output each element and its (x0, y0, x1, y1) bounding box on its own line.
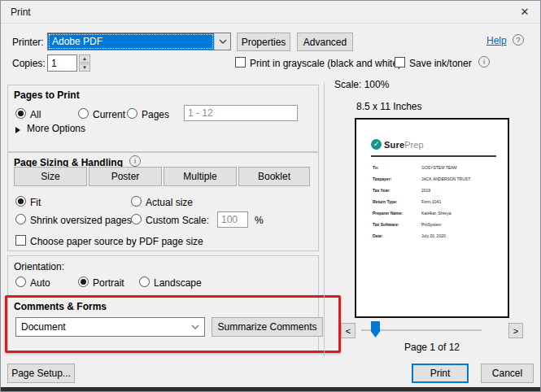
orientation-landscape-label: Landscape (154, 277, 202, 289)
printer-select[interactable]: Adobe PDF (47, 33, 231, 50)
fit-label: Fit (30, 197, 41, 208)
preview-row-label: To: (373, 165, 378, 170)
preview-row: Tax Software: ProSystem (373, 222, 495, 232)
multiple-button[interactable]: Multiple (164, 167, 237, 186)
print-dialog: Print ✕ Printer: Adobe PDF Properties Ad… (0, 0, 541, 392)
comments-forms-title: Comments & Forms (14, 301, 107, 312)
preview-row: Preparer Name: Kalelkar, Shreya (373, 211, 495, 220)
stepper-up-icon[interactable]: ▲ (79, 54, 90, 63)
help-icon[interactable]: ? (513, 34, 524, 46)
properties-button[interactable]: Properties (237, 33, 290, 51)
preview-row-value: 2019 (421, 188, 430, 193)
stepper-down-icon[interactable]: ▼ (79, 63, 90, 72)
page-range-input[interactable] (184, 105, 298, 121)
scale-text: Scale: 100% (334, 79, 389, 90)
booklet-button[interactable]: Booklet (238, 167, 310, 186)
expand-arrow-icon (15, 127, 20, 133)
save-ink-label: Save ink/toner (409, 58, 472, 69)
actual-size-label: Actual size (146, 197, 193, 208)
advanced-button[interactable]: Advanced (297, 33, 353, 51)
dialog-title: Print (11, 7, 31, 18)
custom-scale-radio[interactable] (131, 214, 142, 224)
preview-row: Tax Year: 2019 (373, 188, 495, 198)
brand-text-light: Prep (404, 140, 423, 150)
orientation-portrait-radio[interactable] (78, 277, 89, 287)
orientation-title: Orientation: (14, 261, 64, 272)
preview-row-label: Return Type: (373, 199, 397, 204)
comments-forms-select[interactable]: Document (15, 317, 205, 337)
preview-row: To: GOSYSTEM TEAM (373, 165, 495, 175)
actual-size-radio[interactable] (131, 196, 142, 207)
sureprep-logo: ✓ Sure Prep (371, 139, 424, 150)
grayscale-checkbox[interactable] (235, 57, 246, 68)
preview-row: Date: July 20, 2020 (373, 233, 495, 243)
paper-source-checkbox[interactable] (15, 235, 26, 246)
preview-row-value: GOSYSTEM TEAM (421, 165, 457, 170)
copies-label: Copies: (12, 58, 46, 69)
pages-current-label: Current (93, 109, 125, 120)
document-preview: ✓ Sure Prep To: GOSYSTEM TEAM Taxpayer: … (355, 118, 509, 318)
logo-rule (371, 155, 496, 157)
copies-input[interactable] (47, 54, 77, 72)
percent-label: % (255, 215, 264, 226)
title-bar: Print ✕ (1, 1, 540, 24)
save-ink-checkbox[interactable] (395, 57, 405, 68)
copies-stepper: ▲ ▼ (79, 54, 90, 72)
info-icon: i (478, 56, 490, 68)
panel-divider (324, 82, 325, 356)
grayscale-label: Print in grayscale (black and white) (250, 58, 401, 69)
printer-label: Printer: (12, 37, 44, 48)
poster-button[interactable]: Poster (89, 167, 162, 186)
shrink-pages-radio[interactable] (15, 214, 26, 224)
preview-row-value: ProSystem (421, 222, 441, 227)
preview-row-value: JACK ANDERSON TRUST (421, 176, 470, 181)
pages-all-label: All (30, 109, 41, 120)
window-bottom-edge (1, 387, 540, 391)
summarize-comments-button[interactable]: Summarize Comments (212, 317, 323, 337)
custom-scale-input[interactable] (217, 211, 248, 228)
help-link[interactable]: Help (486, 35, 507, 46)
preview-row-value: Kalelkar, Shreya (421, 211, 451, 216)
orientation-auto-label: Auto (30, 277, 50, 289)
page-setup-button[interactable]: Page Setup... (7, 364, 75, 383)
preview-row: Taxpayer: JACK ANDERSON TRUST (373, 176, 495, 186)
comments-forms-selected-value: Document (16, 321, 186, 333)
orientation-auto-radio[interactable] (15, 277, 26, 287)
preview-row: Return Type: Form 1041 (373, 199, 495, 209)
info-icon: i (129, 155, 141, 167)
preview-row-label: Tax Software: (373, 222, 399, 227)
pages-all-radio[interactable] (15, 108, 26, 119)
preview-row-label: Taxpayer: (373, 176, 391, 181)
page-info-text: Page 1 of 12 (355, 342, 509, 353)
prev-page-button[interactable]: < (341, 323, 356, 338)
chevron-down-icon (214, 33, 230, 50)
pages-range-radio[interactable] (127, 108, 137, 119)
preview-row-label: Date: (373, 233, 383, 238)
close-icon[interactable]: ✕ (517, 5, 532, 20)
page-slider-thumb[interactable] (371, 321, 380, 338)
printer-selected-value: Adobe PDF (48, 33, 214, 50)
orientation-landscape-radio[interactable] (139, 277, 150, 287)
pages-range-label: Pages (142, 109, 169, 120)
preview-row-label: Tax Year: (373, 188, 390, 193)
next-page-button[interactable]: > (508, 323, 523, 338)
print-button[interactable]: Print (412, 364, 469, 383)
shrink-pages-label: Shrink oversized pages (30, 215, 132, 226)
pages-current-radio[interactable] (78, 108, 89, 119)
orientation-portrait-label: Portrait (93, 277, 124, 289)
paper-source-label: Choose paper source by PDF page size (30, 236, 203, 247)
fit-radio[interactable] (15, 196, 26, 207)
more-options-label[interactable]: More Options (27, 123, 85, 134)
preview-row-label: Preparer Name: (373, 211, 403, 216)
more-options-expander[interactable] (15, 124, 20, 136)
preview-row-value: Form 1041 (421, 199, 441, 204)
sureprep-check-icon: ✓ (371, 139, 382, 150)
size-button[interactable]: Size (14, 167, 87, 186)
preview-row-value: July 20, 2020 (421, 233, 446, 238)
cancel-button[interactable]: Cancel (481, 364, 534, 383)
paper-size-text: 8.5 x 11 Inches (356, 101, 422, 112)
pages-to-print-title: Pages to Print (14, 89, 80, 101)
chevron-down-icon (186, 324, 204, 329)
custom-scale-label: Custom Scale: (146, 215, 209, 226)
brand-text-bold: Sure (384, 140, 404, 150)
